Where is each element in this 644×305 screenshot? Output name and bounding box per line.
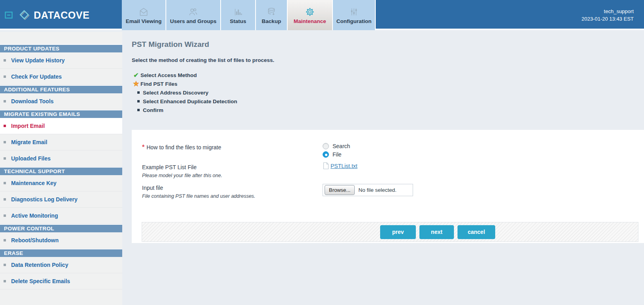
- sidebar-item-uploaded-files[interactable]: Uploaded Files: [0, 151, 122, 167]
- sidebar-section-product-updates: PRODUCT UPDATES: [0, 44, 122, 52]
- bullet-icon: [4, 125, 6, 127]
- sidebar-item-maintenance-key[interactable]: Maintenance Key: [0, 175, 122, 191]
- sidebar-item-delete-specific-emails[interactable]: Delete Specific Emails: [0, 273, 122, 290]
- brand-name: DATACOVE: [34, 10, 90, 21]
- form-row-example-file: Example PST List File Please model your …: [142, 163, 644, 178]
- envelope-icon: [138, 6, 149, 17]
- square-bullet-icon: [134, 109, 143, 111]
- tab-status[interactable]: Status: [221, 0, 256, 30]
- sidebar-section-additional-features: ADDITIONAL FEATURES: [0, 85, 122, 93]
- sidebar-item-view-update-history[interactable]: View Update History: [0, 52, 122, 69]
- bullet-icon: [4, 157, 6, 160]
- sidebar-collapse-button[interactable]: [5, 12, 13, 19]
- bullet-icon: [4, 59, 6, 62]
- field-hint: Please model your file after this one.: [142, 173, 323, 178]
- step-select-enhanced-duplicate-detection: Select Enhanced Duplicate Detection: [132, 97, 644, 106]
- wizard-button-bar: prev next cancel: [142, 222, 638, 242]
- tab-label: Backup: [262, 18, 281, 24]
- step-select-address-discovery: Select Address Discovery: [132, 88, 644, 97]
- browse-button[interactable]: Browse...: [325, 185, 355, 195]
- tab-backup[interactable]: Backup: [256, 0, 288, 30]
- bullet-icon: [4, 75, 6, 78]
- session-info: tech_support 2023-01-20 13:43 EST: [581, 0, 644, 30]
- username: tech_support: [604, 8, 634, 15]
- main-content: PST Migration Wizard Select the method o…: [122, 32, 644, 305]
- radio-search[interactable]: Search: [323, 143, 350, 149]
- bullet-icon: [4, 141, 6, 143]
- sidebar-section-power-control: POWER CONTROL: [0, 224, 122, 232]
- square-bullet-icon: [134, 100, 143, 102]
- wizard-form-panel: *How to find the files to migrate Search…: [132, 130, 644, 243]
- check-icon: ✔: [132, 71, 140, 79]
- brand-area: DATACOVE: [5, 0, 90, 30]
- cancel-button[interactable]: cancel: [458, 225, 495, 239]
- tab-configuration[interactable]: Configuration: [333, 0, 376, 30]
- file-status-text: No file selected.: [358, 187, 396, 193]
- page-title: PST Migration Wizard: [132, 40, 644, 49]
- sidebar-item-check-for-updates[interactable]: Check For Updates: [0, 69, 122, 85]
- bullet-icon: [4, 100, 6, 102]
- sliders-icon: [349, 6, 359, 17]
- tab-label: Maintenance: [294, 18, 326, 24]
- sidebar-item-data-retention-policy[interactable]: Data Retention Policy: [0, 257, 122, 273]
- wizard-steps: ✔ Select Access Method ★ Find PST Files …: [132, 71, 644, 114]
- star-icon: ★: [132, 80, 140, 87]
- bullet-icon: [4, 264, 6, 266]
- radio-unselected-icon[interactable]: [323, 143, 329, 149]
- tab-label: Email Viewing: [126, 18, 162, 24]
- tab-label: Status: [230, 18, 246, 24]
- form-row-input-file: Input file File containing PST file name…: [142, 184, 644, 199]
- bullet-icon: [4, 214, 6, 217]
- sidebar-section-technical-support: TECHNICAL SUPPORT: [0, 167, 122, 175]
- bar-chart-icon: [233, 6, 243, 17]
- bullet-icon: [4, 198, 6, 201]
- sidebar-item-download-tools[interactable]: Download Tools: [0, 93, 122, 110]
- primary-nav: Email Viewing Users and Groups: [122, 0, 376, 30]
- sidebar-item-active-monitoring[interactable]: Active Monitoring: [0, 208, 122, 224]
- radio-file[interactable]: File: [323, 151, 350, 158]
- next-button[interactable]: next: [419, 225, 454, 239]
- bullet-icon: [4, 182, 6, 184]
- app-header: DATACOVE Email Viewing Use: [0, 0, 644, 30]
- page: DATACOVE Email Viewing Use: [0, 0, 644, 305]
- bullet-icon: [4, 239, 6, 241]
- form-row-find-method: *How to find the files to migrate Search…: [142, 143, 644, 158]
- sidebar-item-diagnostics-log-delivery[interactable]: Diagnostics Log Delivery: [0, 191, 122, 208]
- datacove-logo: DATACOVE: [19, 9, 90, 21]
- sidebar-item-reboot-shutdown[interactable]: Reboot/Shutdown: [0, 232, 122, 249]
- database-icon: [266, 6, 277, 17]
- sidebar-item-migrate-email[interactable]: Migrate Email: [0, 134, 122, 151]
- field-hint: File containing PST file names and user …: [142, 193, 323, 199]
- sidebar-section-migrate-existing-emails: MIGRATE EXISTING EMAILS: [0, 110, 122, 118]
- tab-users-and-groups[interactable]: Users and Groups: [166, 0, 221, 30]
- field-label: Example PST List File Please model your …: [142, 163, 323, 178]
- bullet-icon: [4, 280, 6, 282]
- find-method-radio-group: Search File: [323, 143, 350, 158]
- radio-selected-icon[interactable]: [323, 151, 329, 158]
- required-asterisk: *: [142, 144, 144, 151]
- tab-label: Users and Groups: [170, 18, 216, 24]
- field-label: Input file File containing PST file name…: [142, 184, 323, 199]
- users-icon: [188, 6, 198, 17]
- pstlist-file-link[interactable]: PSTList.txt: [323, 162, 358, 170]
- step-select-access-method: ✔ Select Access Method: [132, 71, 644, 79]
- tab-label: Configuration: [336, 18, 371, 24]
- field-label: *How to find the files to migrate: [142, 143, 323, 151]
- sidebar: PRODUCT UPDATES View Update History Chec…: [0, 32, 122, 305]
- step-find-pst-files: ★ Find PST Files: [132, 79, 644, 88]
- step-confirm: Confirm: [132, 106, 644, 114]
- gear-icon: [305, 6, 315, 17]
- diamond-logo-icon: [19, 9, 31, 21]
- tab-maintenance[interactable]: Maintenance: [288, 0, 333, 30]
- input-file-field[interactable]: Browse... No file selected.: [323, 184, 413, 196]
- prev-button[interactable]: prev: [380, 225, 416, 239]
- square-bullet-icon: [134, 91, 143, 94]
- minus-square-icon: [5, 12, 13, 19]
- tab-email-viewing[interactable]: Email Viewing: [122, 0, 166, 30]
- document-icon: [323, 162, 329, 170]
- sidebar-item-import-email[interactable]: Import Email: [0, 118, 122, 134]
- sidebar-section-erase: ERASE: [0, 249, 122, 257]
- wizard-instruction: Select the method of creating the list o…: [132, 57, 644, 64]
- datetime: 2023-01-20 13:43 EST: [581, 15, 634, 23]
